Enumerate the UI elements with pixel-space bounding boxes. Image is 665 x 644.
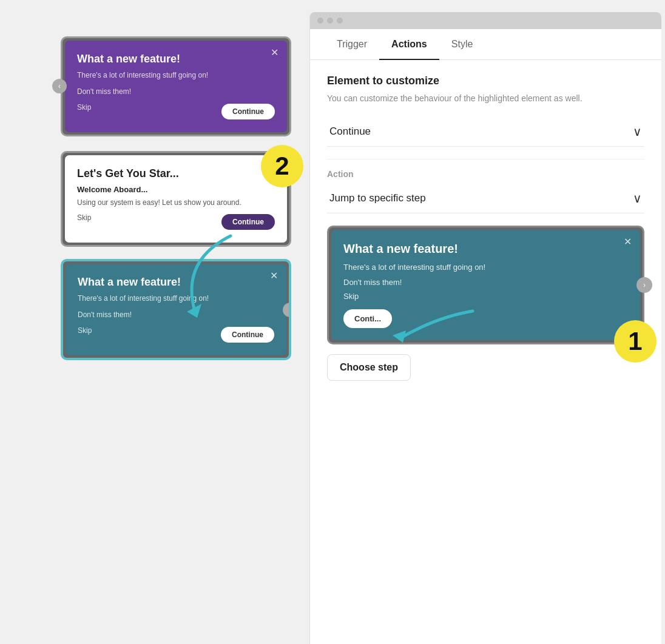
step1-inner: ✕ What a new feature! There's a lot of i… <box>65 41 287 132</box>
step2-wrapper: ✕ Let's Get You Star... Welcome Aboard..… <box>61 151 291 247</box>
badge-1: 1 <box>614 320 657 363</box>
tab-trigger[interactable]: Trigger <box>325 29 379 59</box>
top-bar <box>310 12 661 29</box>
preview-close[interactable]: ✕ <box>624 236 632 247</box>
step3-dont-miss: Don't miss them! <box>78 310 274 320</box>
main-container: ‹ ✕ What a new feature! There's a lot of… <box>0 0 665 644</box>
continue-dropdown-label: Continue <box>329 126 371 138</box>
step3-card[interactable]: › ✕ What a new feature! There's a lot of… <box>61 259 291 360</box>
step2-body: Using our system is easy! Let us show yo… <box>77 198 275 208</box>
continue-chevron-icon: ∨ <box>633 124 642 139</box>
tab-actions[interactable]: Actions <box>379 29 439 59</box>
dot-1 <box>317 18 323 24</box>
step1-card[interactable]: ‹ ✕ What a new feature! There's a lot of… <box>61 36 291 136</box>
step3-title: What a new feature! <box>78 276 274 289</box>
step3-close[interactable]: ✕ <box>270 270 278 281</box>
divider <box>327 159 644 159</box>
step3-skip: Skip <box>78 326 92 335</box>
step1-close[interactable]: ✕ <box>271 47 278 58</box>
step1-body: There's a lot of interesting stuff going… <box>77 70 275 81</box>
step2-skip: Skip <box>77 213 91 222</box>
preview-card: › ✕ What a new feature! There's a lot of… <box>327 226 644 344</box>
step1-skip: Skip <box>77 103 91 112</box>
step3-inner: ✕ What a new feature! There's a lot of i… <box>66 264 286 355</box>
panel-content: Element to customize You can customize t… <box>310 60 661 644</box>
left-panel: ‹ ✕ What a new feature! There's a lot of… <box>0 0 309 644</box>
preview-continue-btn[interactable]: Conti... <box>343 309 392 328</box>
right-panel: Trigger Actions Style Element to customi… <box>309 12 661 644</box>
preview-nav-right[interactable]: › <box>636 277 652 293</box>
choose-step-button[interactable]: Choose step <box>327 354 411 381</box>
action-dropdown-row[interactable]: Jump to specific step ∨ <box>327 184 644 213</box>
action-section-label: Action <box>327 169 644 179</box>
step2-continue-btn[interactable]: Continue <box>221 214 275 230</box>
step2-inner: ✕ Let's Get You Star... Welcome Aboard..… <box>65 155 287 243</box>
dot-2 <box>327 18 333 24</box>
badge-2: 2 <box>261 145 303 187</box>
action-dropdown-label: Jump to specific step <box>329 192 426 204</box>
tabs-row: Trigger Actions Style <box>310 29 661 60</box>
choose-step-section: Choose step <box>327 354 644 381</box>
preview-section: › ✕ What a new feature! There's a lot of… <box>327 226 644 381</box>
preview-title: What a new feature! <box>343 242 628 256</box>
step3-body: There's a lot of interesting stuff going… <box>78 293 274 304</box>
preview-footer: Conti... <box>343 309 628 328</box>
preview-body: There's a lot of interesting stuff going… <box>343 262 628 273</box>
action-chevron-icon: ∨ <box>633 191 642 206</box>
tab-style[interactable]: Style <box>439 29 485 59</box>
step1-continue-btn[interactable]: Continue <box>221 104 275 119</box>
step3-continue-btn[interactable]: Continue <box>221 327 274 343</box>
element-customize-title: Element to customize <box>327 75 644 87</box>
step2-step3-group: ✕ Let's Get You Star... Welcome Aboard..… <box>61 151 291 360</box>
preview-skip-label: Skip <box>343 292 628 301</box>
dot-3 <box>337 18 343 24</box>
step3-footer: Skip Continue <box>78 326 274 343</box>
step1-wrapper: ‹ ✕ What a new feature! There's a lot of… <box>61 36 291 136</box>
step1-footer: Skip Continue <box>77 103 275 120</box>
step2-subtitle: Welcome Aboard... <box>77 185 275 194</box>
step1-title: What a new feature! <box>77 53 275 65</box>
step1-dont-miss: Don't miss them! <box>77 87 275 97</box>
continue-dropdown-row[interactable]: Continue ∨ <box>327 117 644 147</box>
element-customize-section: Element to customize You can customize t… <box>327 75 644 105</box>
action-section: Action Jump to specific step ∨ <box>327 169 644 213</box>
step2-title: Let's Get You Star... <box>77 167 275 180</box>
preview-dont-miss: Don't miss them! <box>343 278 628 287</box>
preview-card-inner: ✕ What a new feature! There's a lot of i… <box>331 230 640 340</box>
element-customize-desc: You can customize the behaviour of the h… <box>327 92 644 105</box>
step2-card[interactable]: ✕ Let's Get You Star... Welcome Aboard..… <box>61 151 291 247</box>
step2-footer: Skip Continue <box>77 213 275 230</box>
